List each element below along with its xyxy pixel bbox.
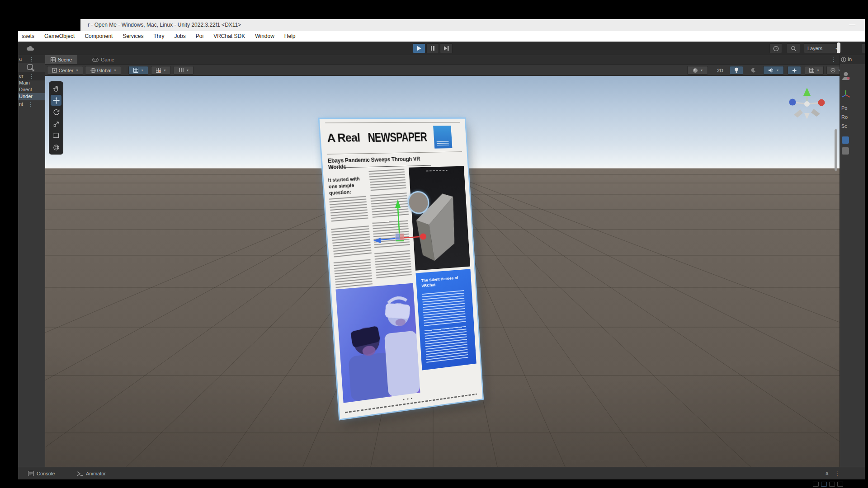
letterbox-right <box>865 0 868 488</box>
shaded-sphere-icon <box>693 68 698 73</box>
crescent-icon <box>751 68 756 73</box>
gizmo-y-arrow[interactable] <box>395 199 401 208</box>
hand-icon <box>53 85 60 92</box>
window-titlebar: r - Open Me - Windows, Mac, Linux - Unit… <box>80 19 868 31</box>
tab-console[interactable]: Console <box>28 467 55 480</box>
gizmo-z-axis[interactable] <box>789 99 796 106</box>
menu-jobs[interactable]: Jobs <box>174 33 185 39</box>
menu-gameobject[interactable]: GameObject <box>44 33 75 39</box>
newspaper-object[interactable]: A Real NEWSPAPER Ebays Pandemic Sweeps T… <box>320 119 483 419</box>
menu-assets[interactable]: ssets <box>22 33 34 39</box>
menu-help[interactable]: Help <box>284 33 296 39</box>
pivot-icon <box>52 68 57 73</box>
chevron-down-icon: ▾ <box>114 68 116 72</box>
grid-icon <box>809 68 814 73</box>
minimize-button[interactable]: — <box>849 19 855 31</box>
info-circle-icon <box>841 57 846 62</box>
step-icon <box>444 46 449 51</box>
kebab-menu-icon[interactable]: ⋮ <box>29 73 34 80</box>
toolbar-divider <box>125 67 125 74</box>
kebab-menu-icon[interactable]: ⋮ <box>835 470 840 477</box>
menu-poi[interactable]: Poi <box>196 33 203 39</box>
scrollbar-thumb[interactable] <box>837 42 840 53</box>
menu-services[interactable]: Services <box>123 33 143 39</box>
hierarchy-item-main-camera[interactable]: Main <box>19 80 30 85</box>
pause-button[interactable] <box>426 43 439 53</box>
orientation-dropdown[interactable]: Global ▾ <box>85 66 121 75</box>
menu-vrchat-sdk[interactable]: VRChat SDK <box>213 33 245 39</box>
tab-game[interactable]: Game <box>87 55 120 64</box>
tool-overlay <box>49 81 63 155</box>
scale-tool-button[interactable] <box>51 118 61 129</box>
avatar-icon <box>842 71 850 80</box>
search-icon <box>791 46 797 52</box>
lighting-toggle[interactable] <box>730 66 743 75</box>
viewport-scrollbar[interactable] <box>835 129 837 171</box>
panel-text-lines <box>422 290 466 326</box>
newspaper-page: A Real NEWSPAPER Ebays Pandemic Sweeps T… <box>320 119 483 419</box>
tab-game-label: Game <box>101 57 114 62</box>
transform-icon <box>53 144 60 151</box>
chevron-down-icon: ▾ <box>187 68 189 72</box>
console-label: Console <box>37 471 55 476</box>
cloud-icon <box>26 46 34 51</box>
panel-tab-partial[interactable]: er ⋮ <box>18 72 45 80</box>
scene-viewport[interactable]: A Real NEWSPAPER Ebays Pandemic Sweeps T… <box>45 76 840 467</box>
panel-tab-partial-2[interactable]: nt ⋮ <box>18 100 45 108</box>
hierarchy-selected-row[interactable]: Under <box>18 93 45 100</box>
draw-mode-dropdown[interactable]: ▾ <box>687 66 708 75</box>
menu-component[interactable]: Component <box>85 33 113 39</box>
snap-icon <box>156 68 161 73</box>
layers-dropdown[interactable]: Layers ▾ <box>804 43 841 53</box>
grid-visibility-dropdown[interactable]: ▾ <box>805 66 824 75</box>
tool-handle-dropdown[interactable]: ▾ <box>174 66 193 75</box>
view-tool-button[interactable] <box>51 83 61 94</box>
component-icon[interactable] <box>842 136 849 144</box>
kebab-menu-icon[interactable]: ⋮ <box>28 101 33 108</box>
body-text-lines <box>334 259 373 288</box>
vr-people-illustration <box>335 283 420 403</box>
rect-tool-button[interactable] <box>51 130 61 141</box>
pivot-label: Center <box>58 68 73 73</box>
lock-icon-partial[interactable]: a <box>826 470 828 476</box>
menu-window[interactable]: Window <box>255 33 274 39</box>
step-button[interactable] <box>440 43 453 53</box>
hierarchy-tab-partial[interactable]: a ⋮ <box>18 55 45 63</box>
rect-icon <box>53 132 60 139</box>
clock-icon <box>773 46 779 52</box>
undo-history-button[interactable] <box>769 43 782 53</box>
scene-toolbar: Center ▾ Global ▾ ▾ ▾ <box>45 64 840 76</box>
tab-animator[interactable]: Animator <box>77 467 106 480</box>
gizmo-y-axis[interactable] <box>803 88 811 96</box>
unlit-toggle[interactable] <box>747 66 760 75</box>
tab-scene[interactable]: Scene <box>45 55 77 64</box>
cloud-button[interactable] <box>24 43 36 53</box>
move-tool-button[interactable] <box>51 95 61 106</box>
rule <box>325 122 460 123</box>
effects-toggle[interactable] <box>788 66 801 75</box>
2d-toggle[interactable]: 2D <box>713 66 727 75</box>
transform-tool-button[interactable] <box>51 142 61 153</box>
gizmo-x-axis[interactable] <box>818 99 825 106</box>
component-icon[interactable] <box>842 147 849 155</box>
pivot-dropdown[interactable]: Center ▾ <box>47 66 83 75</box>
scene-tabstrip: Scene Game ⋮ <box>45 55 840 64</box>
grid-snapping-dropdown[interactable]: ▾ <box>128 66 148 75</box>
picker-icon[interactable] <box>27 64 34 71</box>
scale-label-partial: Sc <box>841 123 847 129</box>
gizmo-x-arrow[interactable] <box>420 234 426 240</box>
play-button[interactable] <box>413 43 425 53</box>
gizmo-z-arrow[interactable] <box>373 238 381 243</box>
inspector-tab-partial[interactable]: In <box>840 55 868 64</box>
rotate-tool-button[interactable] <box>51 107 61 117</box>
audio-dropdown[interactable]: ▾ <box>763 66 784 75</box>
kebab-menu-icon[interactable]: ⋮ <box>29 56 34 62</box>
tabstrip-kebab-icon[interactable]: ⋮ <box>831 56 836 63</box>
move-gizmo[interactable] <box>353 196 452 254</box>
menu-thry[interactable]: Thry <box>153 33 164 39</box>
snap-increment-dropdown[interactable]: ▾ <box>151 66 171 75</box>
orientation-gizmo[interactable] <box>778 81 836 124</box>
fx-star-icon <box>792 68 797 73</box>
hierarchy-item-directional-light[interactable]: Direct <box>19 87 32 92</box>
search-button[interactable] <box>787 43 800 53</box>
